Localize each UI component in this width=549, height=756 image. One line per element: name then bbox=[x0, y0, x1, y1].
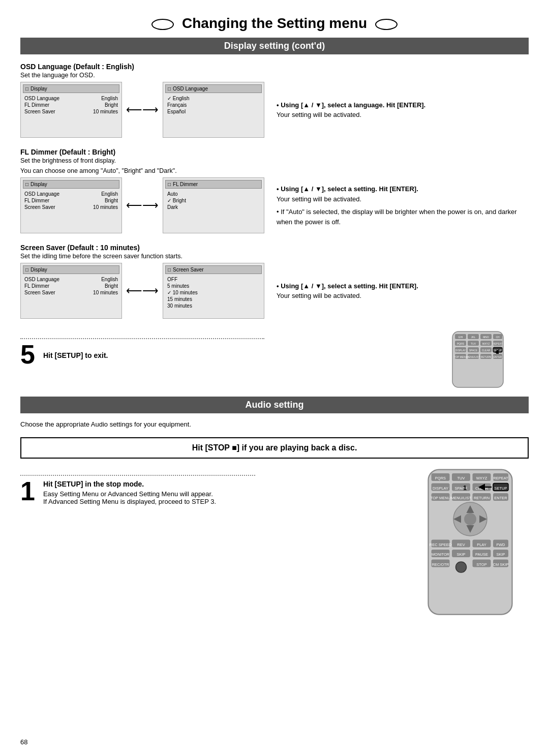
fl-item-auto: Auto bbox=[165, 191, 262, 197]
svg-point-67 bbox=[464, 513, 476, 525]
svg-text:PLAY: PLAY bbox=[477, 542, 486, 547]
step1-content: Hit [SETUP] in the stop mode. Easy Setti… bbox=[43, 478, 216, 505]
svg-text:1: 1 bbox=[463, 484, 467, 492]
svg-text:CLEAR: CLEAR bbox=[482, 349, 491, 352]
osd-title: OSD Language (Default : English) bbox=[20, 63, 529, 71]
svg-text:SETUP: SETUP bbox=[494, 486, 507, 491]
hit-setup-label: Hit [SETUP] to exit. bbox=[43, 351, 108, 359]
svg-text:CH: CH bbox=[496, 336, 500, 339]
fl-dimmer-desc1: Set the brightness of front display. bbox=[20, 157, 529, 164]
stop-box: Hit [STOP ■] if you are playing back a d… bbox=[20, 437, 529, 459]
svg-text:SETUP: SETUP bbox=[494, 349, 502, 352]
ss-item-10min: 10 minutes bbox=[165, 289, 262, 296]
osd-item-espanol: Español bbox=[165, 108, 262, 115]
step1-number: 1 bbox=[20, 478, 35, 504]
display-icon-ss: □ bbox=[25, 267, 28, 273]
svg-text:REPEAT: REPEAT bbox=[493, 476, 508, 480]
osd-language-section: OSD Language (Default : English) Set the… bbox=[20, 63, 529, 138]
audio-desc: Choose the appropriate Audio settings fo… bbox=[20, 420, 529, 428]
svg-text:JKL: JKL bbox=[471, 336, 476, 339]
svg-text:ENTER: ENTER bbox=[494, 355, 502, 358]
osd-item-francais: Français bbox=[165, 102, 262, 108]
svg-text:ENTER: ENTER bbox=[494, 496, 507, 500]
fl-dimmer-desc2: You can choose one among "Auto", "Bright… bbox=[20, 167, 529, 174]
svg-text:SKIP: SKIP bbox=[456, 552, 465, 557]
svg-text:RETURN: RETURN bbox=[481, 355, 492, 358]
fl-dimmer-section: FL Dimmer (Default : Bright) Set the bri… bbox=[20, 148, 529, 233]
audio-section-header: Audio setting bbox=[20, 397, 529, 413]
svg-text:MNO: MNO bbox=[483, 336, 489, 339]
dotted-divider-1 bbox=[20, 475, 255, 476]
svg-text:WXYZ: WXYZ bbox=[482, 342, 490, 345]
screen-saver-section: Screen Saver (Default : 10 minutes) Set … bbox=[20, 244, 529, 319]
display-icon-osd: □ bbox=[25, 86, 28, 92]
ss-item-15min: 15 minutes bbox=[165, 296, 262, 303]
step5-number: 5 bbox=[20, 341, 35, 368]
svg-text:CLEAR: CLEAR bbox=[475, 486, 489, 491]
svg-text:PAUSE: PAUSE bbox=[475, 552, 488, 557]
osd-item-english: English bbox=[165, 95, 262, 102]
fl-arrow: ⟵⟶ bbox=[122, 199, 163, 212]
remote-svg-step1: PQRS TUV WXYZ REPEAT DISPLAY SPACE CLEAR… bbox=[417, 466, 524, 618]
fl-right-box: □ FL Dimmer Auto Bright Dark bbox=[163, 177, 264, 233]
ss-icon: □ bbox=[168, 267, 171, 273]
fl-dimmer-title: FL Dimmer (Default : Bright) bbox=[20, 148, 529, 156]
svg-text:REC SPEED: REC SPEED bbox=[430, 542, 452, 547]
svg-text:REC/OTR: REC/OTR bbox=[432, 562, 449, 567]
fl-item-bright: Bright bbox=[165, 197, 262, 204]
osd-desc: Set the language for OSD. bbox=[20, 72, 529, 79]
step5-area: 5 Hit [SETUP] to exit. GHI JKL MNO CH PQ… bbox=[20, 329, 529, 391]
display-icon-fl: □ bbox=[25, 182, 28, 187]
svg-text:GHI: GHI bbox=[459, 336, 463, 339]
step1-area: 1 Hit [SETUP] in the stop mode. Easy Set… bbox=[20, 466, 529, 620]
svg-text:MENU/LIST: MENU/LIST bbox=[451, 496, 471, 500]
ss-instruction: • Using [▲ / ▼], select a setting. Hit [… bbox=[264, 281, 529, 301]
osd-right-box: □ OSD Language English Français Español bbox=[163, 82, 264, 138]
svg-text:REV: REV bbox=[457, 542, 465, 547]
ss-item-5min: 5 minutes bbox=[165, 283, 262, 289]
ss-arrow: ⟵⟶ bbox=[122, 284, 163, 297]
osd-lang-icon: □ bbox=[168, 86, 171, 92]
fl-item-dark: Dark bbox=[165, 204, 262, 210]
remote-svg-step5: GHI JKL MNO CH PQRS TUV WXYZ REPEAT DISP… bbox=[437, 329, 518, 390]
page-number: 68 bbox=[20, 738, 27, 746]
svg-text:DISPLAY: DISPLAY bbox=[433, 486, 448, 491]
svg-text:MONITOR: MONITOR bbox=[432, 552, 450, 557]
svg-text:FWD: FWD bbox=[496, 542, 505, 547]
display-section-header: Display setting (cont'd) bbox=[20, 38, 529, 54]
fl-instruction: • Using [▲ / ▼], select a setting. Hit [… bbox=[264, 184, 529, 227]
ss-item-off: OFF bbox=[165, 276, 262, 283]
step1-desc1: Easy Setting Menu or Advanced Setting Me… bbox=[43, 490, 216, 498]
osd-instruction: • Using [▲ / ▼], select a language. Hit … bbox=[264, 100, 529, 120]
svg-text:TUV: TUV bbox=[458, 476, 465, 480]
page-title: Changing the Setting menu bbox=[20, 15, 529, 32]
svg-text:TOP MENU: TOP MENU bbox=[454, 355, 468, 358]
svg-text:TUV: TUV bbox=[471, 342, 476, 345]
osd-arrow: ⟵⟶ bbox=[122, 103, 163, 116]
fl-left-box: □ Display OSD LanguageEnglish FL DimmerB… bbox=[20, 177, 122, 233]
svg-text:SPACE: SPACE bbox=[469, 349, 478, 352]
remote-step5: GHI JKL MNO CH PQRS TUV WXYZ REPEAT DISP… bbox=[437, 329, 529, 391]
fl-dimmer-icon: □ bbox=[168, 182, 171, 187]
svg-text:RETURN: RETURN bbox=[474, 496, 490, 500]
svg-text:DISPLAY: DISPLAY bbox=[455, 349, 466, 352]
svg-text:TOP MENU: TOP MENU bbox=[431, 496, 450, 500]
ss-right-box: □ Screen Saver OFF 5 minutes 10 minutes … bbox=[163, 263, 264, 319]
step1-desc2: If Advanced Setting Menu is displayed, p… bbox=[43, 498, 216, 505]
svg-point-86 bbox=[456, 562, 467, 572]
step1-title: Hit [SETUP] in the stop mode. bbox=[43, 480, 216, 488]
ss-item-30min: 30 minutes bbox=[165, 303, 262, 309]
screen-saver-desc: Set the idling time before the screen sa… bbox=[20, 253, 529, 260]
svg-text:WXYZ: WXYZ bbox=[476, 476, 487, 480]
osd-left-box: □ Display OSD LanguageEnglish FL DimmerB… bbox=[20, 82, 122, 138]
svg-text:PQRS: PQRS bbox=[457, 342, 465, 345]
svg-text:PQRS: PQRS bbox=[435, 476, 446, 480]
svg-text:STOP: STOP bbox=[476, 562, 486, 567]
svg-text:REPEAT: REPEAT bbox=[493, 342, 503, 345]
svg-text:MENU/LIST: MENU/LIST bbox=[467, 355, 480, 358]
dotted-divider-5 bbox=[20, 338, 264, 339]
screen-saver-title: Screen Saver (Default : 10 minutes) bbox=[20, 244, 529, 252]
ss-left-box: □ Display OSD LanguageEnglish FL DimmerB… bbox=[20, 263, 122, 319]
svg-rect-0 bbox=[452, 331, 503, 387]
svg-text:SKIP: SKIP bbox=[496, 552, 505, 557]
